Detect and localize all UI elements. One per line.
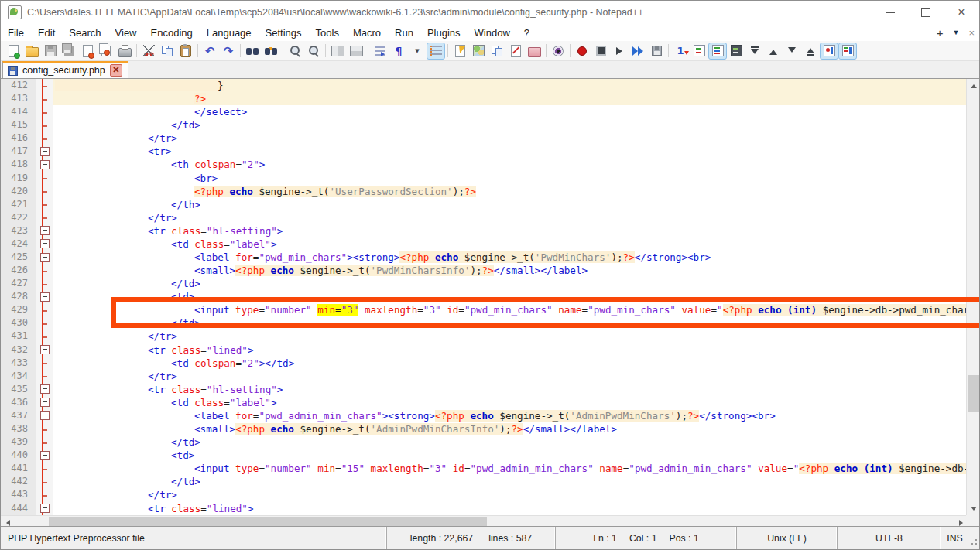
document-list-icon[interactable]: [488, 43, 506, 60]
fold-marker[interactable]: [36, 158, 53, 171]
menu-item-edit[interactable]: Edit: [31, 26, 62, 40]
macro-save-icon[interactable]: [647, 43, 666, 60]
function-list-icon[interactable]: [451, 43, 469, 60]
code-line[interactable]: 429 <input type="number" min="3" maxleng…: [1, 303, 968, 316]
scroll-down-arrow-icon[interactable]: [967, 502, 980, 515]
first-diff-icon[interactable]: [745, 43, 764, 60]
new-file-icon[interactable]: [4, 43, 22, 60]
cut-icon[interactable]: [139, 43, 158, 60]
compare-settings-icon[interactable]: [727, 43, 745, 60]
code-line[interactable]: 421 </th>: [1, 198, 968, 211]
next-diff-icon[interactable]: [783, 43, 801, 60]
tab-config-security[interactable]: config_security.php ✕: [2, 61, 128, 78]
print-icon[interactable]: [115, 43, 134, 60]
word-wrap-icon[interactable]: [371, 43, 389, 60]
maximize-button[interactable]: [908, 1, 944, 24]
code-line[interactable]: 423 <tr class="hl-setting">: [1, 224, 968, 237]
fold-marker[interactable]: [36, 383, 53, 396]
undo-icon[interactable]: ↶: [200, 43, 219, 60]
code-line[interactable]: 415 </td>: [1, 118, 968, 132]
indent-guide-icon[interactable]: [427, 43, 445, 60]
replace-icon[interactable]: [262, 43, 280, 60]
code-line[interactable]: 416 </tr>: [1, 132, 968, 145]
resize-grip[interactable]: [968, 527, 979, 549]
new-tab-button[interactable]: +: [937, 26, 944, 39]
vertical-scrollbar[interactable]: [966, 79, 979, 515]
status-encoding[interactable]: UTF-8: [837, 527, 941, 549]
code-line[interactable]: 430 </td>: [1, 316, 968, 330]
code-line[interactable]: 440 <td>: [1, 449, 968, 462]
redo-icon[interactable]: ↷: [219, 43, 238, 60]
code-line[interactable]: 441 <input type="number" min="15" maxlen…: [1, 462, 968, 475]
code-line[interactable]: 442 </td>: [1, 475, 968, 488]
scroll-up-arrow-icon[interactable]: [967, 79, 980, 92]
macro-record-icon[interactable]: [573, 43, 591, 60]
fold-marker[interactable]: [36, 449, 53, 462]
macro-stop-icon[interactable]: [591, 43, 610, 60]
code-line[interactable]: 420 <?php echo $engine->_t('UserPassword…: [1, 185, 968, 198]
document-map-icon[interactable]: [469, 43, 488, 60]
fold-marker[interactable]: [36, 290, 53, 303]
vertical-scroll-thumb[interactable]: [968, 375, 979, 412]
status-insert-mode[interactable]: INS: [941, 527, 968, 549]
code-line[interactable]: 413 ?>: [1, 92, 968, 105]
code-line[interactable]: 433 <td colspan="2"></td>: [1, 357, 968, 370]
code-line[interactable]: 426 <small><?php echo $engine->_t('PwdMi…: [1, 264, 968, 277]
code-line[interactable]: 417 <tr>: [1, 145, 968, 158]
fold-marker[interactable]: [36, 409, 53, 422]
last-diff-icon[interactable]: [801, 43, 820, 60]
menu-item-macro[interactable]: Macro: [346, 26, 388, 40]
zoom-in-icon[interactable]: [286, 43, 304, 60]
symbol-dropdown-caret-icon[interactable]: ▼: [408, 43, 427, 60]
compare-summary-icon[interactable]: [838, 43, 857, 60]
close-all-icon[interactable]: [97, 43, 115, 60]
close-file-icon[interactable]: [78, 43, 97, 60]
compare-clear-icon[interactable]: [708, 43, 727, 60]
code-line[interactable]: 422 </tr>: [1, 211, 968, 224]
show-all-characters-icon[interactable]: ¶: [389, 43, 408, 60]
code-line[interactable]: 438 <small><?php echo $engine->_t('Admin…: [1, 422, 968, 436]
menu-item-settings[interactable]: Settings: [259, 26, 309, 40]
menu-item-run[interactable]: Run: [388, 26, 420, 40]
code-line[interactable]: 431 </tr>: [1, 330, 968, 343]
fold-marker[interactable]: [36, 343, 53, 357]
prev-diff-icon[interactable]: [764, 43, 783, 60]
status-eol-format[interactable]: Unix (LF): [736, 527, 837, 549]
doc-edit-icon[interactable]: [506, 43, 525, 60]
code-line[interactable]: 414 </select>: [1, 105, 968, 118]
code-line[interactable]: 432 <tr class="lined">: [1, 343, 968, 357]
tab-close-icon[interactable]: ✕: [110, 64, 122, 77]
code-line[interactable]: 412 }: [1, 79, 968, 92]
save-icon[interactable]: [41, 43, 60, 60]
code-line[interactable]: 418 <th colspan="2">: [1, 158, 968, 171]
fold-marker[interactable]: [36, 396, 53, 409]
menu-item-plugins[interactable]: Plugins: [420, 26, 468, 40]
menu-item-language[interactable]: Language: [200, 26, 259, 40]
code-line[interactable]: 419 <br>: [1, 172, 968, 185]
fold-marker[interactable]: [36, 502, 53, 515]
sync-vertical-scroll-icon[interactable]: [328, 43, 347, 60]
menu-item-window[interactable]: Window: [468, 26, 517, 40]
tab-list-caret-icon[interactable]: ▼: [952, 29, 959, 36]
menu-item-help[interactable]: ?: [517, 26, 536, 40]
compare-set-first-icon[interactable]: 1: [671, 43, 690, 60]
code-line[interactable]: 436 <td class="label">: [1, 396, 968, 409]
monitoring-eye-icon[interactable]: [549, 43, 567, 60]
close-doc-button[interactable]: ×: [968, 27, 975, 39]
code-line[interactable]: 439 </td>: [1, 436, 968, 449]
menu-item-file[interactable]: File: [1, 26, 31, 40]
macro-run-multiple-icon[interactable]: [629, 43, 647, 60]
compare-icon[interactable]: [690, 43, 708, 60]
zoom-out-icon[interactable]: [304, 43, 323, 60]
macro-play-icon[interactable]: [610, 43, 629, 60]
code-line[interactable]: 434 </tr>: [1, 370, 968, 383]
fold-marker[interactable]: [36, 224, 53, 237]
menu-item-tools[interactable]: Tools: [309, 26, 346, 40]
fold-marker[interactable]: [36, 237, 53, 251]
code-line[interactable]: 424 <td class="label">: [1, 237, 968, 251]
fold-marker[interactable]: [36, 145, 53, 158]
menu-item-view[interactable]: View: [108, 26, 144, 40]
paste-icon[interactable]: [176, 43, 195, 60]
code-line[interactable]: 437 <label for="pwd_admin_min_chars"><st…: [1, 409, 968, 422]
code-line[interactable]: 444 <tr class="lined">: [1, 502, 968, 515]
